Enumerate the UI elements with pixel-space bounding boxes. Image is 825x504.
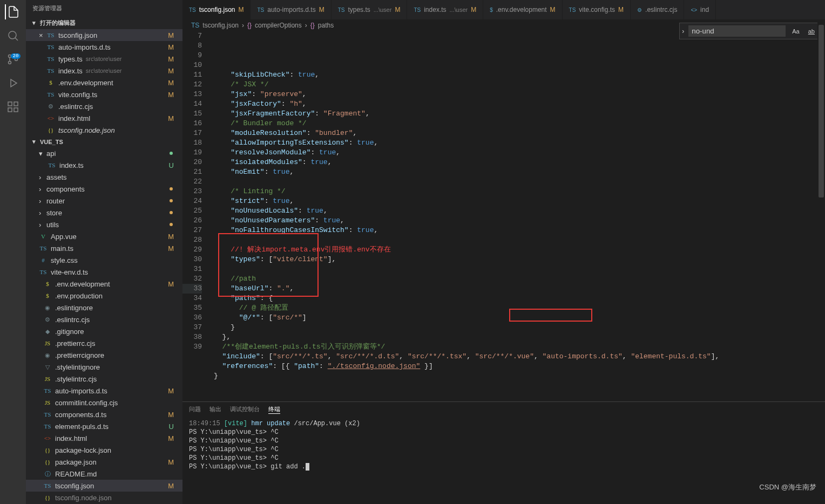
- file-item[interactable]: TSmain.tsM: [26, 242, 182, 254]
- sidebar-title: 资源管理器: [26, 0, 182, 17]
- open-editor-item[interactable]: TSauto-imports.d.tsM: [26, 41, 182, 53]
- folder-item[interactable]: ›components: [26, 183, 182, 195]
- editor-tab[interactable]: TSindex.ts...\userM: [407, 0, 483, 19]
- svg-rect-6: [8, 108, 12, 112]
- open-editors-list: ×TStsconfig.jsonMTSauto-imports.d.tsMTSt…: [26, 29, 182, 136]
- editor-tab[interactable]: TStsconfig.jsonM: [182, 0, 251, 19]
- terminal-body[interactable]: 18:49:15 [vite] hmr update /src/App.vue …: [182, 417, 825, 504]
- file-item[interactable]: VApp.vueM: [26, 230, 182, 242]
- file-item[interactable]: TSelement-puls.d.tsU: [26, 420, 182, 432]
- scrollbar-track[interactable]: [817, 19, 825, 401]
- open-editor-item[interactable]: TStypes.tssrc\store\userM: [26, 53, 182, 65]
- folder-item[interactable]: ›router: [26, 195, 182, 207]
- sidebar: 资源管理器 ▾打开的编辑器 ×TStsconfig.jsonMTSauto-im…: [26, 0, 182, 504]
- editor-tab[interactable]: TSauto-imports.d.tsM: [251, 0, 331, 19]
- open-editor-item[interactable]: <>index.htmlM: [26, 112, 182, 124]
- terminal-tab[interactable]: 输出: [209, 405, 221, 414]
- svg-rect-5: [14, 102, 18, 106]
- watermark: CSDN @海生南梦: [759, 482, 816, 492]
- file-item[interactable]: TStsconfig.jsonM: [26, 480, 182, 492]
- file-item[interactable]: JS.prettierrc.cjs: [26, 337, 182, 349]
- open-editor-item[interactable]: ×TStsconfig.jsonM: [26, 29, 182, 41]
- extensions-icon[interactable]: [5, 99, 21, 114]
- file-item[interactable]: $.env.developmentM: [26, 278, 182, 290]
- folder-item[interactable]: ›utils: [26, 219, 182, 230]
- editor[interactable]: 7891011121314151617181920212223242526272…: [182, 31, 825, 401]
- file-item[interactable]: ⓘREADME.md: [26, 468, 182, 480]
- file-tree: ▾apiTSindex.tsU›assets›components›router…: [26, 147, 182, 503]
- editor-tab[interactable]: TStypes.ts...\userM: [332, 0, 408, 19]
- open-editors-section[interactable]: ▾打开的编辑器: [26, 17, 182, 29]
- main: TStsconfig.jsonMTSauto-imports.d.tsMTSty…: [182, 0, 825, 504]
- terminal-tab[interactable]: 终端: [268, 405, 280, 414]
- file-item[interactable]: {}package.jsonM: [26, 456, 182, 468]
- terminal-tab[interactable]: 调试控制台: [230, 405, 260, 414]
- file-item[interactable]: <>index.htmlM: [26, 432, 182, 444]
- line-gutter: 7891011121314151617181920212223242526272…: [182, 31, 209, 401]
- code-area[interactable]: "skipLibCheck": true, /* JSX */ "jsx": "…: [209, 31, 825, 401]
- scm-badge: 20: [11, 53, 21, 59]
- file-item[interactable]: #style.css: [26, 254, 182, 266]
- file-item[interactable]: {}package-lock.json: [26, 444, 182, 456]
- open-editor-item[interactable]: {}tsconfig.node.json: [26, 124, 182, 136]
- svg-rect-4: [8, 102, 12, 106]
- file-item[interactable]: ⚙.eslintrc.cjs: [26, 314, 182, 325]
- editor-tab[interactable]: $.env.developmentM: [483, 0, 562, 19]
- open-editor-item[interactable]: TSindex.tssrc\store\userM: [26, 65, 182, 77]
- file-item[interactable]: ▽.stylelintignore: [26, 361, 182, 373]
- svg-rect-7: [14, 108, 18, 112]
- terminal-panel: 问题输出调试控制台终端 18:49:15 [vite] hmr update /…: [182, 401, 825, 504]
- folder-item[interactable]: ›store: [26, 207, 182, 219]
- debug-icon[interactable]: [5, 76, 21, 91]
- file-item[interactable]: ◉.prettierrcignore: [26, 349, 182, 361]
- svg-point-2: [9, 62, 11, 64]
- file-item[interactable]: TSindex.tsU: [26, 159, 182, 171]
- editor-tab[interactable]: TSvite.config.tsM: [563, 0, 631, 19]
- file-icon: TS: [191, 22, 199, 29]
- file-item[interactable]: ◉.eslintignore: [26, 302, 182, 314]
- svg-point-0: [9, 31, 16, 39]
- file-item[interactable]: ◆.gitignore: [26, 325, 182, 337]
- editor-tab[interactable]: ⚙.eslintrc.cjs: [631, 0, 684, 19]
- file-item[interactable]: TSvite-env.d.ts: [26, 266, 182, 278]
- file-item[interactable]: TSauto-imports.d.tsM: [26, 385, 182, 397]
- open-editor-item[interactable]: TSvite.config.tsM: [26, 88, 182, 100]
- search-icon[interactable]: [5, 28, 21, 43]
- file-item[interactable]: $.env.production: [26, 290, 182, 302]
- terminal-tabs: 问题输出调试控制台终端: [182, 402, 825, 417]
- file-item[interactable]: JS.stylelintrc.cjs: [26, 373, 182, 385]
- file-item[interactable]: {}tsconfig.node.json: [26, 492, 182, 503]
- file-item[interactable]: TScomponents.d.tsM: [26, 408, 182, 420]
- editor-tab[interactable]: <>ind: [684, 0, 716, 19]
- editor-tabs: TStsconfig.jsonMTSauto-imports.d.tsMTSty…: [182, 0, 825, 19]
- folder-item[interactable]: ▾api: [26, 147, 182, 159]
- files-icon[interactable]: [5, 4, 20, 19]
- open-editor-item[interactable]: $.env.developmentM: [26, 77, 182, 88]
- terminal-tab[interactable]: 问题: [189, 405, 201, 414]
- scm-icon[interactable]: 20: [5, 52, 21, 67]
- file-item[interactable]: JScommitlint.config.cjs: [26, 397, 182, 408]
- scrollbar-thumb[interactable]: [819, 25, 824, 197]
- activity-bar: 20: [0, 0, 26, 504]
- project-section[interactable]: ▾VUE_TS: [26, 136, 182, 147]
- open-editor-item[interactable]: ⚙.eslintrc.cjs: [26, 100, 182, 112]
- folder-item[interactable]: ›assets: [26, 171, 182, 183]
